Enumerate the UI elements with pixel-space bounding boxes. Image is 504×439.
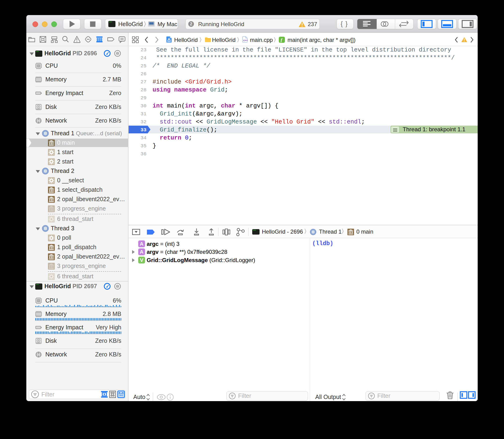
svg-text:c++: c++ <box>243 39 247 42</box>
